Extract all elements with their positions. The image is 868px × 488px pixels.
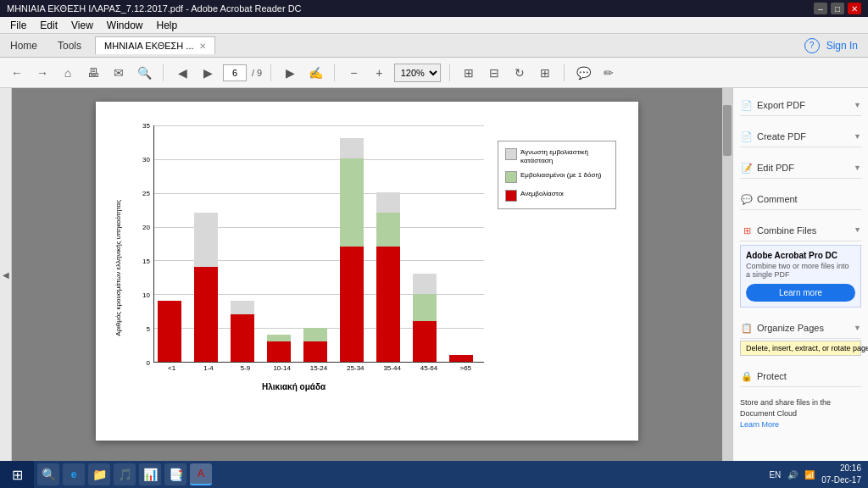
fit-page-button[interactable]: ⊞ <box>459 63 479 83</box>
organize-pages-button[interactable]: 📋 Organize Pages ▼ <box>740 318 861 339</box>
home-tool-button[interactable]: ⌂ <box>58 63 78 83</box>
scroll-thumb[interactable] <box>723 105 732 156</box>
rotate-button[interactable]: ↻ <box>509 63 530 83</box>
combine-chevron-icon: ▲ <box>854 226 861 235</box>
taskbar-acrobat-icon[interactable]: A <box>190 463 212 485</box>
bar-1-4-red <box>194 267 218 362</box>
sign-in-label[interactable]: Sign In <box>826 40 858 52</box>
pdf-scrollbar[interactable] <box>722 88 732 461</box>
x-label-25-34: 25-34 <box>340 364 370 372</box>
sign-in-area[interactable]: ? Sign In <box>804 38 868 53</box>
taskbar: ⊞ 🔍 e 📁 🎵 📊 📑 A EN 🔊 📶 20:16 07-Dec-17 <box>0 461 868 488</box>
bar-group-5-9 <box>231 301 254 362</box>
organize-pages-section: 📋 Organize Pages ▼ Delete, insert, extra… <box>740 318 861 356</box>
bar-45-64-gray <box>413 274 437 294</box>
tools-nav-button[interactable]: Tools <box>47 36 92 55</box>
create-pdf-button[interactable]: 📄 Create PDF ▼ <box>740 126 861 147</box>
taskbar-network-icon: 📶 <box>804 470 815 480</box>
protect-label: Protect <box>757 371 861 381</box>
grid-line-35 <box>154 125 484 126</box>
menu-view[interactable]: View <box>64 18 100 33</box>
legend-item-green: Εμβολιασμένοι (με 1 δόση) <box>505 171 609 183</box>
comment-tool[interactable]: 💬 <box>573 63 593 83</box>
legend-item-red: Ανεμβολίαστοι <box>505 190 609 202</box>
edit-pdf-button[interactable]: 📝 Edit PDF ▼ <box>740 158 861 179</box>
tab-bar: Home Tools ΜΗΝΙΑΙΑ ΕΚΘΕΣΗ ... ✕ ? Sign I… <box>0 34 868 58</box>
page-number-input[interactable] <box>223 64 247 81</box>
tab-close-button[interactable]: ✕ <box>199 42 206 51</box>
zoom-out-button[interactable]: − <box>343 63 364 83</box>
pan-tool[interactable]: ✍ <box>305 63 326 83</box>
menu-window[interactable]: Window <box>100 18 150 33</box>
x-label-gt65: >65 <box>450 364 481 372</box>
export-pdf-section: 📄 Export PDF ▼ <box>740 95 861 116</box>
bar-group-45-64 <box>413 274 437 362</box>
export-pdf-icon: 📄 <box>740 98 754 112</box>
prev-page-button[interactable]: ◀ <box>172 63 192 83</box>
x-label-15-24: 15-24 <box>303 364 334 372</box>
taskbar-search-icon[interactable]: 🔍 <box>37 463 59 485</box>
fit-width-button[interactable]: ⊟ <box>484 63 504 83</box>
forward-button[interactable]: → <box>32 63 53 83</box>
combine-title: Adobe Acrobat Pro DC <box>746 251 855 260</box>
taskbar-date: 07-Dec-17 <box>821 474 861 486</box>
export-pdf-button[interactable]: 📄 Export PDF ▼ <box>740 95 861 116</box>
taskbar-winamp-icon[interactable]: 🎵 <box>114 463 136 485</box>
select-tool[interactable]: ▶ <box>280 63 300 83</box>
x-label-1-4: 1-4 <box>193 364 224 372</box>
comment-icon: 💬 <box>740 192 754 206</box>
separator-5 <box>564 64 565 81</box>
document-tab[interactable]: ΜΗΝΙΑΙΑ ΕΚΘΕΣΗ ... ✕ <box>95 36 214 54</box>
grid-line-30 <box>154 159 484 160</box>
main-area: ◀ Αριθμός κρουσμάτων ελληνικής υπηκοότητ… <box>0 88 868 461</box>
email-button[interactable]: ✉ <box>108 63 129 83</box>
maximize-button[interactable]: □ <box>831 3 844 14</box>
highlight-tool[interactable]: ✏ <box>598 63 619 83</box>
y-label-5: 5 <box>147 324 150 332</box>
taskbar-volume-icon: 🔊 <box>787 470 798 480</box>
back-button[interactable]: ← <box>7 63 27 83</box>
y-axis-title: Αριθμός κρουσμάτων ελληνικής υπηκοότητας <box>114 200 122 336</box>
bar-group-lt1 <box>158 301 181 362</box>
taskbar-time-area: 20:16 07-Dec-17 <box>821 463 861 486</box>
create-pdf-label: Create PDF <box>757 131 854 141</box>
taskbar-app1-icon[interactable]: 📊 <box>139 463 161 485</box>
separator-2 <box>270 64 271 81</box>
bar-group-1-4 <box>194 213 218 362</box>
close-button[interactable]: ✕ <box>848 3 861 14</box>
organize-tooltip: Delete, insert, extract, or rotate pages <box>740 341 861 356</box>
next-page-button[interactable]: ▶ <box>198 63 218 83</box>
x-axis-title: Ηλικιακή ομάδα <box>262 382 326 391</box>
store-learn-link[interactable]: Learn More <box>740 420 861 429</box>
bar-5-9-gray <box>231 301 254 314</box>
menu-file[interactable]: File <box>3 18 33 33</box>
bar-lt1-red <box>158 301 181 362</box>
edit-pdf-label: Edit PDF <box>757 163 854 173</box>
minimize-button[interactable]: – <box>814 3 827 14</box>
learn-more-button[interactable]: Learn more <box>746 284 855 302</box>
comment-button[interactable]: 💬 Comment <box>740 189 861 210</box>
taskbar-app2-icon[interactable]: 📑 <box>164 463 186 485</box>
menu-edit[interactable]: Edit <box>33 18 64 33</box>
bar-group-15-24 <box>303 328 327 362</box>
zoom-select[interactable]: 120% 100% 150% <box>394 64 441 82</box>
home-nav-button[interactable]: Home <box>0 36 47 55</box>
comment-label: Comment <box>757 194 861 204</box>
left-panel-collapse[interactable]: ◀ <box>0 88 12 461</box>
organize-label: Organize Pages <box>757 323 854 333</box>
zoom-in-button[interactable]: + <box>369 63 389 83</box>
combine-files-button[interactable]: ⊞ Combine Files ▲ <box>740 220 861 241</box>
search-button[interactable]: 🔍 <box>134 63 154 83</box>
print-button[interactable]: 🖶 <box>83 63 103 83</box>
tools-extra[interactable]: ⊞ <box>535 63 555 83</box>
start-button[interactable]: ⊞ <box>0 461 34 488</box>
comment-section: 💬 Comment <box>740 189 861 210</box>
taskbar-ie-icon[interactable]: e <box>63 463 85 485</box>
taskbar-folder-icon[interactable]: 📁 <box>88 463 110 485</box>
protect-button[interactable]: 🔒 Protect <box>740 366 861 387</box>
bar-35-44-green <box>376 213 400 247</box>
tab-label: ΜΗΝΙΑΙΑ ΕΚΘΕΣΗ ... <box>104 41 193 51</box>
bar-group-gt65 <box>449 355 473 362</box>
x-label-45-64: 45-64 <box>414 364 444 372</box>
menu-help[interactable]: Help <box>150 18 185 33</box>
